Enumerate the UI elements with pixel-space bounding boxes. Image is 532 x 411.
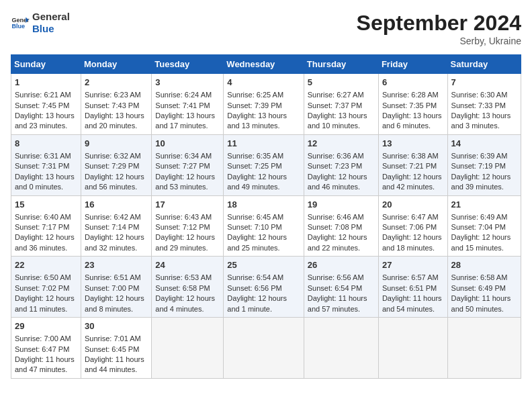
sunrise: Sunrise: 6:42 AM xyxy=(85,213,141,221)
daylight-label: Daylight: 13 hours and 23 minutes. xyxy=(15,111,75,130)
daylight-label: Daylight: 12 hours and 25 minutes. xyxy=(227,233,287,251)
daylight-label: Daylight: 11 hours and 47 minutes. xyxy=(15,355,75,373)
logo-icon: General Blue xyxy=(11,13,30,32)
table-row xyxy=(152,318,224,379)
sunset: Sunset: 7:25 PM xyxy=(227,162,281,170)
daylight-label: Daylight: 12 hours and 4 minutes. xyxy=(155,294,215,312)
day-number: 12 xyxy=(308,138,375,150)
day-number: 10 xyxy=(155,138,220,150)
table-row: 19 Sunrise: 6:46 AM Sunset: 7:08 PM Dayl… xyxy=(304,195,378,257)
table-row: 16 Sunrise: 6:42 AM Sunset: 7:14 PM Dayl… xyxy=(81,195,152,257)
day-number: 3 xyxy=(155,77,220,89)
sunset: Sunset: 7:04 PM xyxy=(451,223,506,231)
day-number: 7 xyxy=(451,77,517,89)
table-row: 21 Sunrise: 6:49 AM Sunset: 7:04 PM Dayl… xyxy=(447,195,521,257)
sunset: Sunset: 7:41 PM xyxy=(155,101,210,109)
sunrise: Sunrise: 6:39 AM xyxy=(451,152,508,160)
sunset: Sunset: 6:54 PM xyxy=(308,284,362,292)
daylight-label: Daylight: 11 hours and 54 minutes. xyxy=(382,294,442,312)
table-row xyxy=(304,318,378,379)
sunset: Sunset: 7:37 PM xyxy=(308,101,362,109)
day-number: 1 xyxy=(15,77,77,89)
table-row: 30 Sunrise: 7:01 AM Sunset: 6:45 PM Dayl… xyxy=(81,318,152,379)
sunset: Sunset: 6:45 PM xyxy=(85,345,139,353)
table-row: 1 Sunrise: 6:21 AM Sunset: 7:45 PM Dayli… xyxy=(11,74,81,135)
sunset: Sunset: 7:33 PM xyxy=(451,101,506,109)
day-number: 21 xyxy=(451,199,517,211)
sunset: Sunset: 7:31 PM xyxy=(15,162,69,170)
sunset: Sunset: 7:14 PM xyxy=(85,223,139,231)
table-row: 18 Sunrise: 6:45 AM Sunset: 7:10 PM Dayl… xyxy=(224,195,304,257)
day-number: 9 xyxy=(85,138,148,150)
table-row: 3 Sunrise: 6:24 AM Sunset: 7:41 PM Dayli… xyxy=(152,74,224,135)
table-row: 20 Sunrise: 6:47 AM Sunset: 7:06 PM Dayl… xyxy=(378,195,447,257)
daylight-label: Daylight: 12 hours and 39 minutes. xyxy=(451,173,511,191)
day-number: 30 xyxy=(85,320,148,332)
day-number: 17 xyxy=(155,199,220,211)
daylight-label: Daylight: 12 hours and 22 minutes. xyxy=(308,233,367,251)
daylight-label: Daylight: 12 hours and 18 minutes. xyxy=(382,233,442,251)
sunrise: Sunrise: 6:27 AM xyxy=(308,91,364,99)
daylight-label: Daylight: 12 hours and 46 minutes. xyxy=(308,173,367,191)
sunset: Sunset: 6:58 PM xyxy=(155,284,210,292)
sunrise: Sunrise: 6:45 AM xyxy=(227,213,283,221)
table-row: 13 Sunrise: 6:38 AM Sunset: 7:21 PM Dayl… xyxy=(378,134,447,195)
sunrise: Sunrise: 6:32 AM xyxy=(85,152,141,160)
sunrise: Sunrise: 6:53 AM xyxy=(155,273,212,281)
daylight-label: Daylight: 13 hours and 0 minutes. xyxy=(15,173,75,191)
table-row: 2 Sunrise: 6:23 AM Sunset: 7:43 PM Dayli… xyxy=(81,74,152,135)
logo-blue: Blue xyxy=(32,23,70,35)
day-number: 11 xyxy=(227,138,300,150)
svg-text:Blue: Blue xyxy=(11,23,25,30)
day-number: 22 xyxy=(15,259,77,271)
sunrise: Sunrise: 6:49 AM xyxy=(451,213,508,221)
sunrise: Sunrise: 6:57 AM xyxy=(382,273,439,281)
table-row: 23 Sunrise: 6:51 AM Sunset: 7:00 PM Dayl… xyxy=(81,257,152,318)
table-row: 26 Sunrise: 6:56 AM Sunset: 6:54 PM Dayl… xyxy=(304,257,378,318)
daylight-label: Daylight: 13 hours and 6 minutes. xyxy=(382,111,442,130)
sunrise: Sunrise: 6:58 AM xyxy=(451,273,508,281)
sunrise: Sunrise: 6:54 AM xyxy=(227,273,283,281)
sunrise: Sunrise: 6:21 AM xyxy=(15,91,71,99)
day-number: 27 xyxy=(382,259,444,271)
logo-general: General xyxy=(32,11,70,23)
daylight-label: Daylight: 12 hours and 56 minutes. xyxy=(85,173,144,191)
calendar-row: 15 Sunrise: 6:40 AM Sunset: 7:17 PM Dayl… xyxy=(11,195,521,257)
table-row: 12 Sunrise: 6:36 AM Sunset: 7:23 PM Dayl… xyxy=(304,134,378,195)
table-row: 11 Sunrise: 6:35 AM Sunset: 7:25 PM Dayl… xyxy=(224,134,304,195)
table-row xyxy=(447,318,521,379)
table-row: 8 Sunrise: 6:31 AM Sunset: 7:31 PM Dayli… xyxy=(11,134,81,195)
month-title: September 2024 xyxy=(357,11,521,36)
title-block: September 2024 Serby, Ukraine xyxy=(357,11,521,46)
daylight-label: Daylight: 13 hours and 3 minutes. xyxy=(451,111,511,130)
daylight-label: Daylight: 13 hours and 17 minutes. xyxy=(155,111,215,130)
sunset: Sunset: 6:51 PM xyxy=(382,284,437,292)
sunset: Sunset: 7:00 PM xyxy=(85,284,139,292)
sunset: Sunset: 6:49 PM xyxy=(451,284,506,292)
sunset: Sunset: 7:35 PM xyxy=(382,101,437,109)
sunrise: Sunrise: 6:38 AM xyxy=(382,152,439,160)
sunset: Sunset: 7:21 PM xyxy=(382,162,437,170)
sunset: Sunset: 6:47 PM xyxy=(15,345,69,353)
calendar-row: 22 Sunrise: 6:50 AM Sunset: 7:02 PM Dayl… xyxy=(11,257,521,318)
calendar-table: Sunday Monday Tuesday Wednesday Thursday… xyxy=(11,54,521,379)
daylight-label: Daylight: 11 hours and 50 minutes. xyxy=(451,294,511,312)
sunset: Sunset: 7:17 PM xyxy=(15,223,69,231)
table-row xyxy=(378,318,447,379)
logo: General Blue General Blue xyxy=(11,11,70,35)
daylight-label: Daylight: 12 hours and 15 minutes. xyxy=(451,233,511,251)
calendar-row: 8 Sunrise: 6:31 AM Sunset: 7:31 PM Dayli… xyxy=(11,134,521,195)
day-number: 29 xyxy=(15,320,77,332)
day-number: 8 xyxy=(15,138,77,150)
daylight-label: Daylight: 12 hours and 36 minutes. xyxy=(15,233,75,251)
sunset: Sunset: 7:27 PM xyxy=(155,162,210,170)
sunrise: Sunrise: 6:36 AM xyxy=(308,152,364,160)
table-row: 25 Sunrise: 6:54 AM Sunset: 6:56 PM Dayl… xyxy=(224,257,304,318)
sunset: Sunset: 7:10 PM xyxy=(227,223,281,231)
col-tuesday: Tuesday xyxy=(152,55,224,74)
daylight-label: Daylight: 12 hours and 49 minutes. xyxy=(227,173,287,191)
day-number: 25 xyxy=(227,259,300,271)
sunrise: Sunrise: 6:35 AM xyxy=(227,152,283,160)
table-row: 9 Sunrise: 6:32 AM Sunset: 7:29 PM Dayli… xyxy=(81,134,152,195)
sunset: Sunset: 7:19 PM xyxy=(451,162,506,170)
